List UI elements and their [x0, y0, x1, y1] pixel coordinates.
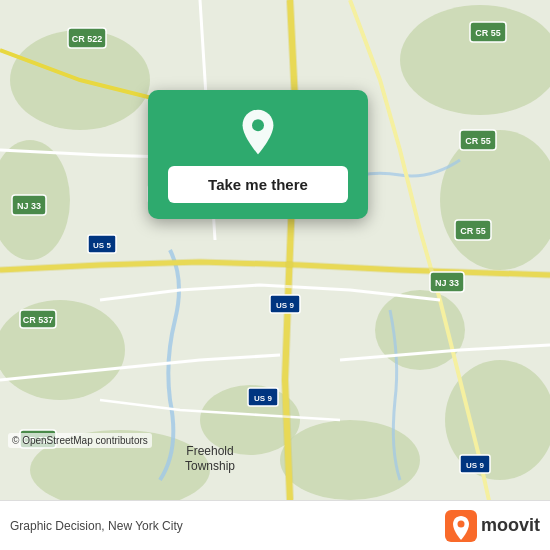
- svg-point-42: [457, 520, 464, 527]
- svg-point-40: [252, 119, 264, 131]
- svg-text:NJ 33: NJ 33: [17, 201, 41, 211]
- map-container: CR 522 CR 55 CR 55 CR 55 NJ 33 NJ 33 CR …: [0, 0, 550, 500]
- svg-text:US 9: US 9: [254, 394, 272, 403]
- svg-text:US 5: US 5: [93, 241, 111, 250]
- osm-credit: © OpenStreetMap contributors: [8, 433, 152, 448]
- svg-text:Freehold: Freehold: [186, 444, 233, 458]
- moovit-logo: moovit: [445, 510, 540, 542]
- svg-point-10: [375, 290, 465, 370]
- moovit-text: moovit: [481, 515, 540, 536]
- bottom-bar: Graphic Decision, New York City moovit: [0, 500, 550, 550]
- svg-text:CR 55: CR 55: [475, 28, 501, 38]
- svg-text:CR 537: CR 537: [23, 315, 54, 325]
- svg-text:US 9: US 9: [466, 461, 484, 470]
- svg-text:NJ 33: NJ 33: [435, 278, 459, 288]
- svg-point-7: [280, 420, 420, 500]
- map-background: CR 522 CR 55 CR 55 CR 55 NJ 33 NJ 33 CR …: [0, 0, 550, 500]
- svg-text:US 9: US 9: [276, 301, 294, 310]
- take-me-there-button[interactable]: Take me there: [168, 166, 348, 203]
- svg-text:Township: Township: [185, 459, 235, 473]
- svg-point-5: [0, 300, 125, 400]
- popup-overlay: Take me there: [148, 90, 368, 219]
- svg-text:CR 55: CR 55: [465, 136, 491, 146]
- app-info-text: Graphic Decision, New York City: [10, 519, 183, 533]
- svg-text:CR 55: CR 55: [460, 226, 486, 236]
- svg-text:CR 522: CR 522: [72, 34, 103, 44]
- moovit-icon: [445, 510, 477, 542]
- location-pin-icon: [234, 108, 282, 156]
